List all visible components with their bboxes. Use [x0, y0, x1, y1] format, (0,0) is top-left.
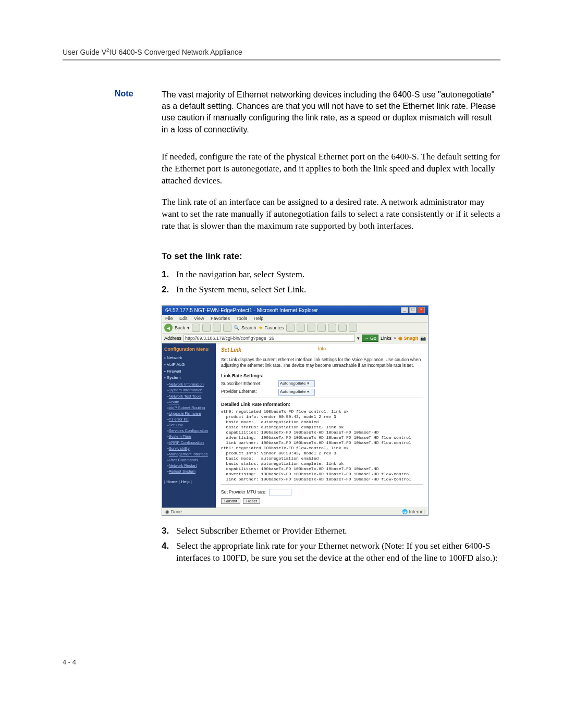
status-bar: ◉ Done 🌐 Internet [162, 508, 428, 515]
sidebar-sub-set-link[interactable]: Set Link [167, 423, 214, 428]
search-icon[interactable]: 🔍 [234, 325, 239, 331]
sidebar-sub-services[interactable]: Services Configuration [167, 428, 214, 434]
sidebar-sub-system-info[interactable]: System Information [167, 388, 214, 393]
sidebar-sub-vrrp[interactable]: VRRP Configuration [167, 440, 214, 446]
embedded-screenshot: 64.52.177.5 NGT-EWN-EdgeProtect1 - Micro… [162, 305, 500, 516]
step-num: 2. [162, 284, 176, 296]
page-number: 4 - 4 [63, 658, 500, 666]
sidebar-item-system[interactable]: System [164, 375, 214, 381]
sidebar-item-firewall[interactable]: Firewall [164, 369, 214, 375]
step-2: 2. In the System menu, select Set Link. [162, 284, 500, 296]
step-num: 4. [162, 540, 176, 564]
sidebar-sub-user-cmd[interactable]: User Commands [167, 458, 214, 463]
content-pane: Info Set Link Set Link displays the curr… [216, 343, 428, 507]
reset-button[interactable]: Reset [243, 498, 260, 504]
prov-eth-label: Provider Ethernet: [221, 389, 278, 394]
toolbar-icon[interactable] [328, 324, 336, 332]
edit-button[interactable] [317, 324, 326, 332]
mtu-input[interactable] [270, 489, 291, 496]
url-input[interactable]: http://69.3.186.179/cgi-bin/config?page=… [183, 335, 355, 342]
step-1: 1. In the navigation bar, select System. [162, 269, 500, 281]
sidebar-item-network[interactable]: Network [164, 355, 214, 361]
sidebar-sub-upgrade[interactable]: Upgrade Firmware [167, 411, 214, 416]
sidebar-sub-net-test[interactable]: Network Test Tools [167, 394, 214, 399]
menu-view[interactable]: View [194, 316, 204, 321]
minimize-icon[interactable]: _ [401, 307, 408, 313]
subheading: To set the link rate: [162, 251, 500, 263]
submit-button[interactable]: Submit [221, 498, 240, 504]
sub-eth-select[interactable]: Autonegotiate ▾ [278, 380, 315, 387]
sidebar-item-voip-alg[interactable]: VoIP ALG [164, 362, 214, 368]
link-info-output: eth0: negotiated 100baseTx-FD flow-contr… [221, 409, 423, 482]
menu-file[interactable]: File [165, 316, 173, 321]
snagit-button[interactable]: ◉ SnagIt [398, 335, 418, 341]
go-button[interactable]: → Go [362, 335, 378, 342]
close-icon[interactable]: × [418, 307, 425, 313]
step-text: Select Subscriber Ethernet or Provider E… [176, 525, 500, 537]
sidebar-sub-t1[interactable]: T1 error list [167, 417, 214, 422]
step-num: 3. [162, 525, 176, 537]
step-text: Select the appropriate link rate for you… [176, 540, 500, 564]
mail-button[interactable] [297, 324, 305, 332]
menubar[interactable]: File Edit View Favorites Tools Help [162, 315, 428, 323]
back-label[interactable]: Back [175, 325, 185, 331]
toolbar: ◄ Back ▾ 🔍 Search ★ Favorites [162, 323, 428, 334]
menu-help[interactable]: Help [254, 316, 264, 321]
note-text: The vast majority of Ethernet networking… [162, 89, 500, 136]
sidebar-title: Configuration Menu [164, 347, 214, 352]
status-zone: 🌐 Internet [402, 509, 425, 515]
refresh-button[interactable] [213, 324, 221, 332]
sidebar-sub-system-time[interactable]: System Time [167, 434, 214, 439]
menu-tools[interactable]: Tools [236, 316, 247, 321]
step-4: 4. Select the appropriate link rate for … [162, 540, 500, 564]
stop-button[interactable] [202, 324, 211, 332]
sidebar-sub-net-restart[interactable]: Network Restart [167, 463, 214, 468]
section-link-rate: Link Rate Settings: [221, 373, 423, 379]
favorites-label[interactable]: Favorites [265, 325, 284, 331]
window-titlebar: 64.52.177.5 NGT-EWN-EdgeProtect1 - Micro… [162, 306, 428, 315]
forward-button[interactable] [192, 324, 200, 332]
info-link[interactable]: Info [318, 346, 326, 352]
sidebar-sub-mgmt[interactable]: Management Interface [167, 452, 214, 457]
toolbar-icon[interactable] [349, 324, 357, 332]
search-label[interactable]: Search [241, 325, 256, 331]
sidebar-home-help[interactable]: | Home | Help | [164, 479, 214, 485]
links-label[interactable]: Links [381, 335, 391, 341]
back-button[interactable]: ◄ [164, 324, 173, 332]
sidebar-sub-route[interactable]: Route [167, 400, 214, 405]
toolbar-icon[interactable] [338, 324, 347, 332]
sidebar-sub-voip-subnet[interactable]: VoIP Subnet Routing [167, 405, 214, 411]
sidebar-sub-network-info[interactable]: Network Information [167, 382, 214, 387]
mtu-label: Set Provider MTU size: [221, 489, 266, 495]
note-block: Note The vast majority of Ethernet netwo… [115, 89, 500, 136]
menu-edit[interactable]: Edit [179, 316, 188, 321]
home-button[interactable] [223, 324, 231, 332]
page-header: User Guide V2IU 6400-S Converged Network… [63, 47, 500, 60]
window-title: 64.52.177.5 NGT-EWN-EdgeProtect1 - Micro… [165, 307, 318, 314]
sidebar-sub-survivability[interactable]: Survivability [167, 446, 214, 451]
step-text: In the System menu, select Set Link. [176, 284, 500, 296]
step-3: 3. Select Subscriber Ethernet or Provide… [162, 525, 500, 537]
sidebar-sub-reboot[interactable]: Reboot System [167, 469, 214, 474]
favorites-icon[interactable]: ★ [259, 325, 263, 331]
step-num: 1. [162, 269, 176, 281]
address-bar: Address http://69.3.186.179/cgi-bin/conf… [162, 334, 428, 343]
prov-eth-select[interactable]: Autonegotiate ▾ [278, 389, 315, 396]
config-sidebar: Configuration Menu Network VoIP ALG Fire… [162, 343, 216, 507]
paragraph-2: The link rate of an interface can be ass… [162, 196, 500, 232]
paragraph-1: If needed, configure the rate of the phy… [162, 151, 500, 187]
menu-favorites[interactable]: Favorites [211, 316, 230, 321]
status-done: ◉ Done [165, 509, 182, 515]
maximize-icon[interactable]: □ [409, 307, 417, 313]
step-text: In the navigation bar, select System. [176, 269, 500, 281]
print-button[interactable] [307, 324, 315, 332]
sub-eth-label: Subscriber Ethernet: [221, 381, 278, 387]
address-label: Address [164, 335, 181, 341]
note-label: Note [115, 89, 162, 136]
history-button[interactable] [286, 324, 295, 332]
content-desc: Set Link displays the current ethernet i… [221, 357, 423, 368]
section-detailed: Detailed Link Rate Information: [221, 401, 423, 408]
